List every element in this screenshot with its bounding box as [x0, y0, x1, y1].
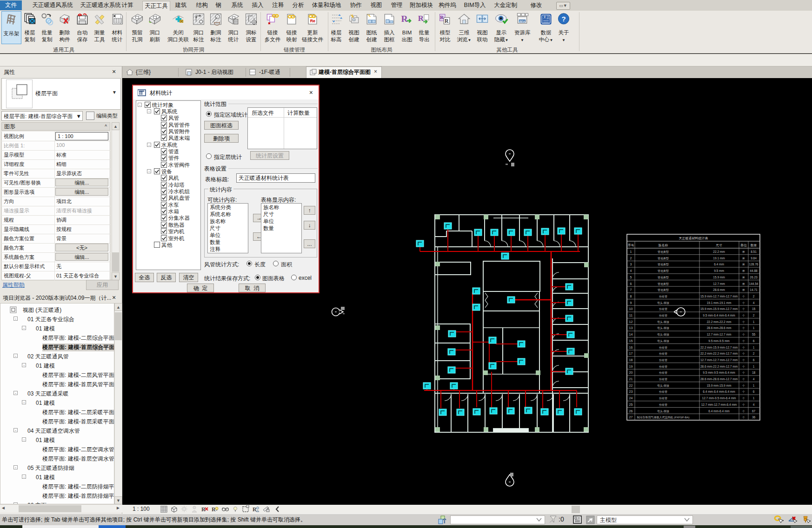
- svg-text:弯头-焊接: 弯头-焊接: [657, 409, 669, 413]
- svg-text:13: 13: [629, 326, 633, 330]
- svg-text:5: 5: [630, 276, 632, 279]
- svg-text:管道类型: 管道类型: [658, 263, 669, 266]
- svg-text:21: 21: [629, 377, 633, 381]
- svg-text:单位: 单位: [740, 244, 747, 247]
- svg-text:弯头-焊接: 弯头-焊接: [657, 333, 669, 337]
- svg-text:天正: 天正: [543, 15, 550, 20]
- svg-text:28.6 mm-22.2 mm-12.7 mm: 28.6 mm-22.2 mm-12.7 mm: [700, 365, 738, 368]
- svg-text:12.7 mm-9.5 mm-6.4 mm: 12.7 mm-9.5 mm-6.4 mm: [702, 396, 736, 400]
- svg-text:15: 15: [752, 307, 756, 310]
- svg-text:个: 个: [742, 327, 745, 330]
- svg-text:17: 17: [629, 352, 633, 355]
- svg-text:28.6 mm: 28.6 mm: [713, 288, 725, 291]
- svg-text:管道类型: 管道类型: [658, 276, 669, 279]
- svg-text:67: 67: [752, 409, 756, 413]
- svg-text:19.1 mm: 19.1 mm: [713, 257, 725, 260]
- svg-text:个: 个: [742, 416, 745, 419]
- svg-text:4: 4: [753, 403, 755, 406]
- svg-text:6: 6: [753, 358, 755, 362]
- svg-text:?: ?: [562, 15, 566, 23]
- svg-text:4: 4: [753, 301, 755, 304]
- svg-text:2: 2: [753, 295, 755, 298]
- svg-text:数量: 数量: [751, 244, 757, 247]
- svg-text:个: 个: [742, 378, 745, 381]
- svg-text:6: 6: [630, 282, 632, 285]
- svg-text:15.9 mm-12.7 mm-12.7 mm: 15.9 mm-12.7 mm-12.7 mm: [700, 295, 738, 298]
- svg-text:2: 2: [753, 314, 755, 317]
- svg-text:28.6 mm-28.6 mm-12.7 mm: 28.6 mm-28.6 mm-12.7 mm: [700, 377, 738, 381]
- svg-text:10: 10: [629, 307, 633, 310]
- svg-text:米: 米: [742, 251, 745, 253]
- svg-text:米: 米: [742, 276, 745, 279]
- svg-text:22.2 mm-22.2 mm-12.7 mm: 22.2 mm-22.2 mm-12.7 mm: [700, 352, 738, 355]
- svg-text:弯头-焊接: 弯头-焊接: [657, 320, 669, 324]
- svg-text:9: 9: [630, 301, 632, 304]
- svg-text:22.2 mm-22.2 mm: 22.2 mm-22.2 mm: [707, 320, 732, 323]
- svg-text:9.5 mm-6.4 mm-6.4 mm: 9.5 mm-6.4 mm-6.4 mm: [703, 314, 735, 317]
- svg-text:1: 1: [753, 396, 755, 400]
- svg-text:6: 6: [753, 390, 755, 393]
- svg-text:分歧管: 分歧管: [659, 314, 667, 317]
- svg-text:分歧管: 分歧管: [659, 365, 667, 369]
- svg-text:分歧管: 分歧管: [659, 346, 667, 350]
- svg-text:制冷剂专用气体嵌入式室内机 (FXFSP-BA): 制冷剂专用气体嵌入式室内机 (FXFSP-BA): [637, 416, 689, 419]
- svg-text:分歧管: 分歧管: [659, 396, 667, 400]
- svg-text:分歧管: 分歧管: [659, 377, 667, 381]
- svg-text:15.9 mm: 15.9 mm: [713, 276, 725, 279]
- svg-text:26.23: 26.23: [750, 276, 758, 279]
- svg-text:米: 米: [742, 289, 745, 291]
- svg-text:个: 个: [742, 390, 745, 393]
- svg-text:12.7 mm-12.7 mm-12.7 mm: 12.7 mm-12.7 mm-12.7 mm: [700, 358, 738, 362]
- svg-text:7: 7: [630, 288, 632, 291]
- svg-text:19: 19: [629, 365, 633, 368]
- svg-text:6.4 mm: 6.4 mm: [714, 263, 724, 266]
- svg-text:1: 1: [753, 326, 755, 330]
- svg-text:个: 个: [742, 384, 745, 387]
- svg-text:36: 36: [752, 416, 756, 419]
- svg-text:12.7 mm-12.7 mm: 12.7 mm-12.7 mm: [707, 333, 732, 336]
- svg-text:管道类型: 管道类型: [658, 269, 669, 273]
- svg-text:25: 25: [629, 403, 633, 406]
- svg-text:弯头-焊接: 弯头-焊接: [657, 384, 669, 388]
- svg-text:26: 26: [629, 409, 633, 413]
- svg-text:个: 个: [742, 295, 745, 298]
- svg-text:管道类型: 管道类型: [658, 282, 669, 286]
- svg-text:27: 27: [629, 416, 633, 419]
- svg-text:个: 个: [742, 397, 745, 400]
- svg-text:R: R: [445, 18, 449, 24]
- svg-text:8.51: 8.51: [751, 250, 757, 253]
- svg-text:RFA: RFA: [519, 20, 526, 23]
- svg-text:弯头-焊接: 弯头-焊接: [657, 326, 669, 330]
- svg-text:19.1 mm-19.1 mm: 19.1 mm-19.1 mm: [707, 301, 732, 304]
- svg-text:2: 2: [753, 352, 755, 355]
- svg-text:管道类型: 管道类型: [658, 257, 669, 260]
- svg-text:2: 2: [630, 257, 632, 260]
- svg-text:个: 个: [742, 403, 745, 406]
- svg-text:9.5 mm: 9.5 mm: [714, 269, 724, 272]
- svg-text:个: 个: [742, 346, 745, 349]
- svg-text:R: R: [401, 14, 408, 24]
- svg-text:14: 14: [629, 333, 633, 336]
- svg-text:1: 1: [630, 250, 632, 253]
- svg-text:个: 个: [742, 365, 745, 368]
- svg-text:天正暖通材料统计表: 天正暖通材料统计表: [679, 236, 708, 240]
- svg-text:米: 米: [742, 263, 745, 266]
- svg-text:个: 个: [742, 333, 745, 336]
- svg-text:22.2 mm: 22.2 mm: [713, 250, 725, 253]
- svg-text:1: 1: [753, 384, 755, 387]
- svg-text:55: 55: [752, 333, 756, 336]
- svg-text:弯头-焊接: 弯头-焊接: [657, 301, 669, 305]
- svg-text:4: 4: [630, 269, 632, 272]
- svg-text:个: 个: [742, 410, 745, 413]
- svg-text:Re: Re: [310, 19, 315, 23]
- svg-text:个: 个: [742, 340, 745, 343]
- svg-text:128.76: 128.76: [749, 263, 759, 266]
- svg-text:18: 18: [752, 371, 756, 374]
- svg-text:15.9 mm-15.9 mm: 15.9 mm-15.9 mm: [707, 384, 732, 387]
- svg-text:16: 16: [629, 346, 633, 349]
- svg-text:尺寸: 尺寸: [716, 244, 722, 247]
- svg-text:6.4 mm-6.4 mm-6.4 mm: 6.4 mm-6.4 mm-6.4 mm: [703, 390, 735, 393]
- svg-text:11: 11: [629, 314, 632, 317]
- svg-text:R: R: [418, 14, 424, 23]
- svg-text:20: 20: [629, 371, 633, 374]
